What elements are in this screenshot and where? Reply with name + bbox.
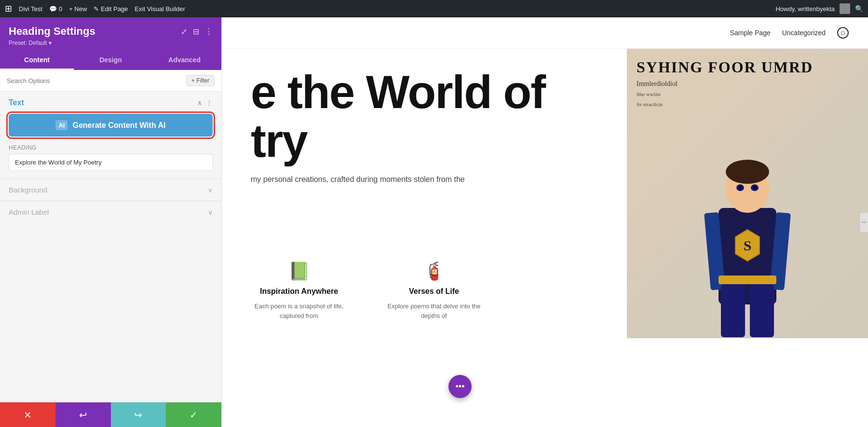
admin-label-section-title: Admin Label — [9, 208, 49, 216]
hero-heading: e the World of try — [251, 68, 617, 165]
ai-generate-button[interactable]: AI Generate Content With AI — [9, 114, 213, 137]
exit-visual-builder-button[interactable]: Exit Visual Builder — [135, 5, 185, 13]
hero-image: SYHING FOOR UMRD Immlerdioldiol ltho wwi… — [627, 49, 868, 338]
site-name[interactable]: Divi Test — [19, 5, 42, 13]
cancel-button[interactable]: ✕ — [0, 402, 55, 427]
panel-body: Text ∧ ⋮ AI Generate Content With AI Hea… — [0, 92, 221, 402]
hero-subtext: my personal creations, crafted during mo… — [251, 175, 492, 184]
admin-bar: ⊞ Divi Test 💬 0 + New ✎ Edit Page Exit V… — [0, 0, 868, 17]
panel-preset[interactable]: Preset: Default ▾ — [9, 40, 213, 46]
text-section-chevron[interactable]: ∧ — [197, 99, 202, 107]
text-section-title: Text — [9, 98, 24, 107]
background-chevron-icon: ∨ — [208, 186, 213, 194]
search-input[interactable] — [7, 77, 182, 84]
divi-panel: Heading Settings ⤢ ⊟ ⋮ Preset: Default ▾… — [0, 17, 222, 427]
cancel-icon: ✕ — [24, 409, 32, 421]
filter-button[interactable]: + Filter — [186, 75, 215, 86]
background-section-title: Background — [9, 186, 47, 194]
feature-desc-0: Each poem is a snapshot of life, capture… — [251, 302, 347, 320]
feature-icon-1: 🧯 — [423, 261, 445, 281]
panel-header: Heading Settings ⤢ ⊟ ⋮ Preset: Default ▾ — [0, 17, 221, 51]
svg-point-12 — [738, 186, 742, 190]
background-section-header[interactable]: Background ∨ — [0, 179, 221, 201]
site-search-icon[interactable]: ○ — [837, 27, 849, 39]
svg-rect-8 — [721, 284, 745, 337]
resize-icon: ‖ — [862, 221, 867, 223]
panel-title: Heading Settings — [9, 25, 95, 38]
site-area: Sample Page Uncategorized ○ e the World … — [222, 17, 868, 427]
feature-item-1: 🧯 Verses of Life Explore poems that delv… — [386, 261, 482, 320]
feature-item-0: 📗 Inspiration Anywhere Each poem is a sn… — [251, 261, 347, 320]
feature-title-0: Inspiration Anywhere — [260, 287, 338, 296]
panel-search-row: + Filter — [0, 70, 221, 92]
svg-text:S: S — [744, 237, 752, 253]
nav-sample-page[interactable]: Sample Page — [730, 29, 771, 37]
site-nav: Sample Page Uncategorized ○ — [222, 17, 868, 49]
svg-rect-7 — [719, 275, 776, 284]
newspaper-line3: frr stracilcin — [637, 101, 858, 108]
ai-icon: AI — [55, 120, 68, 130]
text-section-dots[interactable]: ⋮ — [206, 99, 213, 107]
tab-content[interactable]: Content — [0, 51, 74, 70]
tab-advanced[interactable]: Advanced — [148, 51, 221, 70]
tab-design[interactable]: Design — [74, 51, 148, 70]
heading-field-group: Heading — [0, 144, 221, 179]
save-icon: ✓ — [190, 409, 198, 421]
panel-bottom-bar: ✕ ↩ ↪ ✓ — [0, 402, 221, 427]
newspaper-overlay: SYHING FOOR UMRD Immlerdioldiol ltho wwi… — [637, 58, 858, 109]
feature-desc-1: Explore poems that delve into the depths… — [386, 302, 482, 320]
text-section-header: Text ∧ ⋮ — [0, 92, 221, 112]
feature-icon-0: 📗 — [288, 261, 310, 281]
preset-label: Preset: Default — [9, 40, 47, 46]
heading-field-input[interactable] — [9, 154, 213, 171]
superman-figure: S — [680, 136, 815, 338]
purple-fab-button[interactable]: ••• — [448, 375, 472, 398]
heading-field-label: Heading — [9, 144, 213, 151]
comment-icon[interactable]: 💬 0 — [49, 5, 62, 13]
panel-columns-icon[interactable]: ⊟ — [193, 27, 199, 36]
panel-tabs: Content Design Advanced — [0, 51, 221, 70]
save-button[interactable]: ✓ — [166, 402, 221, 427]
nav-uncategorized[interactable]: Uncategorized — [782, 29, 826, 37]
undo-button[interactable]: ↩ — [55, 402, 111, 427]
wp-logo-icon[interactable]: ⊞ — [5, 3, 12, 14]
panel-expand-icon[interactable]: ⤢ — [181, 27, 187, 36]
preset-arrow-icon: ▾ — [49, 40, 52, 46]
panel-dots-icon[interactable]: ⋮ — [205, 27, 213, 36]
edit-page-button[interactable]: ✎ Edit Page — [94, 5, 128, 13]
feature-title-1: Verses of Life — [409, 287, 459, 296]
newspaper-line1: Immlerdioldiol — [637, 80, 858, 88]
new-button[interactable]: + New — [69, 5, 87, 13]
svg-point-2 — [726, 160, 769, 184]
avatar — [840, 3, 850, 14]
newspaper-title: SYHING FOOR UMRD — [637, 58, 858, 76]
fab-dots-icon: ••• — [456, 382, 465, 392]
ai-generate-label: Generate Content With AI — [72, 121, 165, 130]
redo-button[interactable]: ↪ — [111, 402, 166, 427]
svg-rect-9 — [750, 284, 774, 337]
admin-label-section: Admin Label ∨ — [0, 201, 221, 223]
admin-label-chevron-icon: ∨ — [208, 208, 213, 216]
filter-label: + Filter — [191, 77, 209, 84]
ai-generate-wrapper: AI Generate Content With AI — [0, 112, 221, 144]
background-section: Background ∨ — [0, 179, 221, 201]
admin-label-section-header[interactable]: Admin Label ∨ — [0, 201, 221, 223]
resize-handle[interactable]: ‖ — [860, 213, 868, 232]
newspaper-line2: ltho wwiite — [637, 91, 858, 98]
howdy-text: Howdy, writtenbyekta — [775, 5, 835, 13]
undo-icon: ↩ — [79, 409, 87, 421]
svg-point-13 — [753, 186, 757, 190]
admin-search-icon[interactable]: 🔍 — [855, 5, 863, 13]
redo-icon: ↪ — [134, 409, 142, 421]
